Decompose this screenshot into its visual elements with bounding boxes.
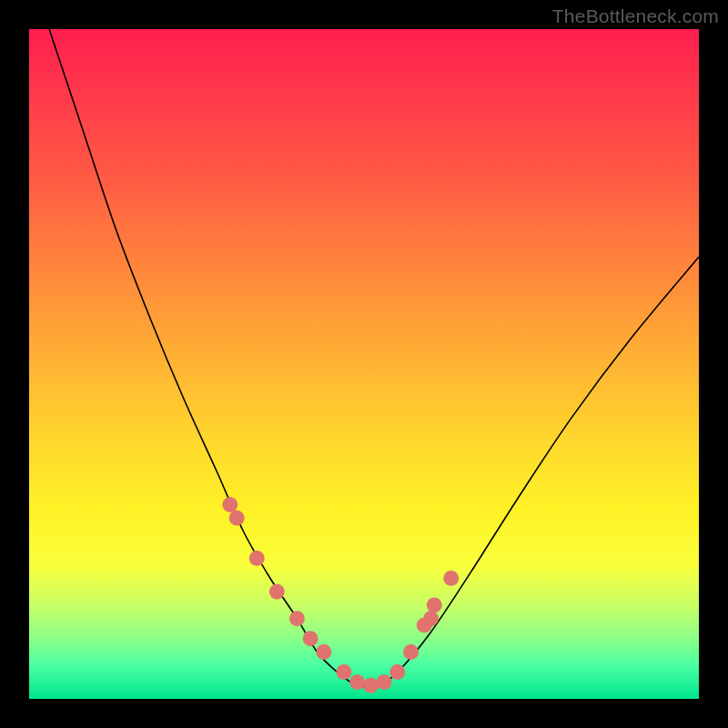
curve-line [49, 29, 699, 687]
marker-dot [229, 511, 245, 526]
marker-dot [222, 497, 238, 512]
marker-dot [249, 551, 265, 566]
marker-dot [289, 611, 305, 626]
marker-dot [443, 571, 459, 586]
marker-dot [349, 674, 365, 690]
marker-dot [403, 644, 419, 660]
marker-dot [423, 611, 439, 626]
marker-dot [377, 674, 392, 690]
chart-frame: TheBottleneck.com [0, 0, 728, 728]
marker-dot [269, 584, 285, 600]
plot-area [29, 29, 699, 699]
watermark-text: TheBottleneck.com [552, 5, 719, 27]
marker-dot [336, 664, 351, 680]
marker-dot [303, 631, 318, 646]
bottleneck-curve [29, 29, 699, 699]
marker-dot [427, 597, 442, 612]
marker-dot [389, 664, 405, 680]
marker-dot [316, 644, 331, 660]
highlight-markers [222, 497, 459, 693]
marker-dot [363, 678, 379, 693]
